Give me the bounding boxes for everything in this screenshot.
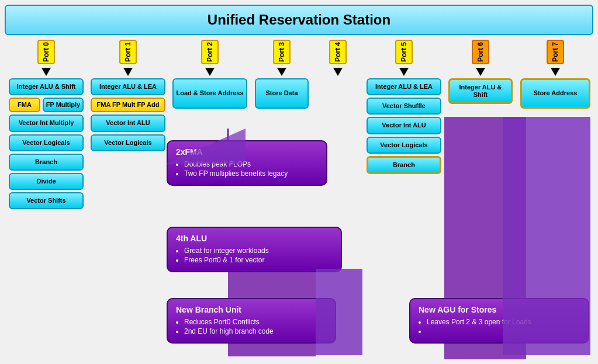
port5-column: Port 5 Integer ALU & LEA Vector Shuffle … [365,40,443,174]
port2-loadstore: Load & Store Address [172,78,247,109]
port4-label: Port 4 [329,40,347,64]
port1-vecint: Vector Int ALU [91,115,165,131]
port0-veclog: Vector Logicals [9,134,84,151]
port3-storedata: Store Data [255,78,309,109]
port3-label: Port 3 [273,40,291,64]
port0-vecshift: Vector Shifts [9,192,84,209]
port5-arrow [399,68,409,76]
port7-storeaddr: Store Address [520,78,590,109]
port6-label: Port 6 [472,40,489,64]
port5-label: Port 5 [395,40,413,64]
port7-arrow [551,68,560,76]
port1-label: Port 1 [119,40,137,64]
port1-fma: FMA FP Mult FP Add [91,98,165,112]
header-bar: Unified Reservation Station [5,5,593,35]
port1-fma-row: FMA FP Mult FP Add [91,98,165,112]
port7-label: Port 7 [547,40,564,64]
port0-divide: Divide [9,173,84,190]
port1-column: Port 1 Integer ALU & LEA FMA FP Mult FP … [89,40,167,151]
port6-arrow [476,68,485,76]
port2-arrow [205,68,215,76]
port1-veclog: Vector Logicals [91,134,165,151]
port2-label: Port 2 [201,40,219,64]
port0-vecint: Vector Int Multiply [9,115,84,131]
port0-arrow [42,68,51,76]
agu-callout-title: New AGU for Stores [419,305,580,314]
port6-column: Port 6 Integer ALU & Shift [447,40,514,104]
port7-column: Port 7 Store Address [518,40,593,109]
fma-callout-list: Doubles peak FLOPs Two FP multiplies ben… [184,160,318,178]
alu-callout: 4th ALU Great for integer workloads Free… [167,227,342,272]
header-title: Unified Reservation Station [208,12,390,28]
port4-column: Port 4 [314,40,361,76]
branch-callout-list: Reduces Port0 Conflicts 2nd EU for high … [184,318,327,335]
alu-callout-item2: Frees Port0 & 1 for vector [184,256,333,264]
port0-fma: FMA [9,98,40,112]
agu-callout: New AGU for Stores Leaves Port 2 & 3 ope… [409,298,589,344]
port0-alu: Integer ALU & Shift [9,78,84,95]
port1-alu: Integer ALU & LEA [91,78,165,95]
port5-veclog: Vector Logicals [367,137,441,154]
agu-callout-list: Leaves Port 2 & 3 open for Loads [427,318,580,335]
port0-label: Port 0 [37,40,55,64]
port1-arrow [123,68,133,76]
port2-column: Port 2 Load & Store Address [171,40,249,109]
port5-vecintalu: Vector Int ALU [367,117,441,134]
fma-callout-item1: Doubles peak FLOPs [184,160,318,168]
alu-callout-title: 4th ALU [176,234,333,243]
alu-callout-item1: Great for integer workloads [184,247,333,255]
alu-callout-list: Great for integer workloads Frees Port0 … [184,247,333,264]
port5-alu: Integer ALU & LEA [367,78,441,95]
port3-column: Port 3 Store Data [253,40,311,109]
port0-branch: Branch [9,154,84,171]
agu-callout-item1: Leaves Port 2 & 3 open for Loads [427,318,580,326]
port5-branch: Branch [367,156,441,174]
fma-callout-item2: Two FP multiplies benefits legacy [184,169,318,178]
port0-column: Port 0 Integer ALU & Shift FMA FP Multip… [7,40,85,209]
port6-alu: Integer ALU & Shift [448,78,513,104]
fma-callout-title: 2xFMA [176,147,318,157]
branch-callout: New Branch Unit Reduces Port0 Conflicts … [167,298,336,344]
branch-callout-item2: 2nd EU for high branch code [184,327,327,335]
port0-fma-row: FMA FP Multiply [9,98,84,112]
branch-callout-item1: Reduces Port0 Conflicts [184,318,327,326]
port4-arrow [333,68,343,76]
port5-vecshuffle: Vector Shuffle [367,98,441,115]
port3-arrow [277,68,286,76]
agu-callout-item2 [427,327,580,335]
port0-fpmul: FP Multiply [43,98,84,112]
fma-callout: 2xFMA Doubles peak FLOPs Two FP multipli… [167,140,327,186]
branch-callout-title: New Branch Unit [176,305,327,314]
